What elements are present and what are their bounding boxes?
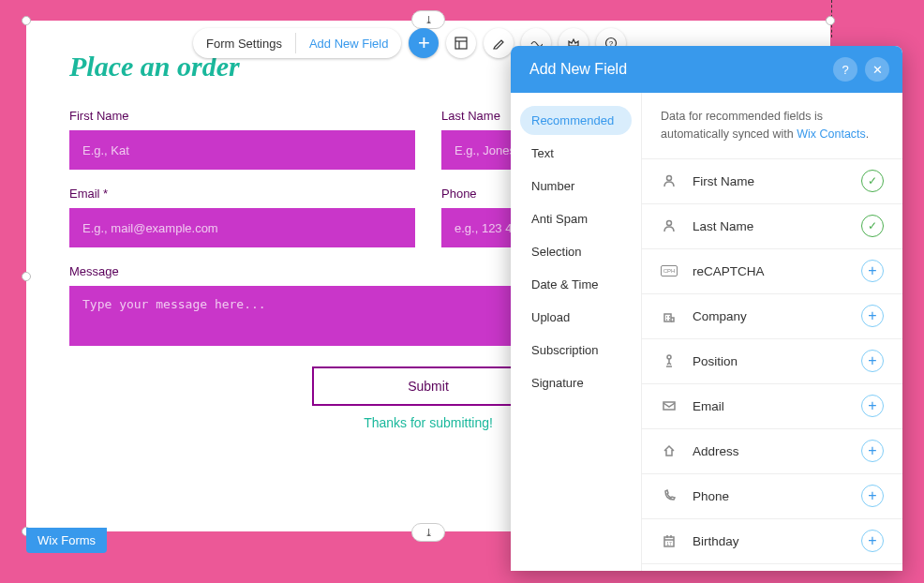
wix-forms-tag[interactable]: Wix Forms [26,528,107,553]
position-icon [661,353,678,368]
field-option-company[interactable]: Company+ [642,294,902,339]
resize-handle[interactable] [22,272,31,281]
wix-contacts-link[interactable]: Wix Contacts [797,127,866,141]
first-name-label: First Name [69,109,415,123]
panel-help-button[interactable]: ? [833,57,857,82]
design-icon[interactable] [484,28,514,58]
layout-icon[interactable] [446,28,476,58]
category-anti-spam[interactable]: Anti Spam [520,204,632,233]
field-option-address[interactable]: Address+ [642,429,902,474]
panel-title: Add New Field [529,61,826,78]
add-icon[interactable]: + [861,485,884,507]
field-option-label: Phone [693,489,846,503]
field-option-last-name[interactable]: Last Name✓ [642,204,902,249]
field-option-label: Last Name [693,219,846,233]
field-option-label: Company [693,309,846,323]
form-settings-button[interactable]: Form Settings [193,28,295,58]
category-date-time[interactable]: Date & Time [520,270,632,299]
stretch-handle-top[interactable]: ⤓ [411,10,445,29]
email-label: Email * [69,187,415,201]
add-icon[interactable]: + [861,530,884,552]
first-name-input[interactable] [69,130,415,170]
field-option-birthday[interactable]: 17Birthday+ [642,519,902,564]
resize-handle[interactable] [826,16,835,25]
add-field-panel: Add New Field ? ✕ RecommendedTextNumberA… [511,46,902,571]
person-icon [661,173,678,188]
resize-handle[interactable] [22,16,31,25]
field-list: Data for recommended fields is automatic… [642,93,902,571]
address-icon [661,443,678,458]
category-subscription[interactable]: Subscription [520,336,632,365]
field-first-name: First Name [69,109,415,170]
add-icon[interactable]: + [861,305,884,327]
company-icon [661,308,678,323]
field-option-phone[interactable]: Phone+ [642,474,902,519]
phone-icon [661,488,678,503]
stretch-handle-bottom[interactable]: ⤓ [411,523,445,542]
check-icon[interactable]: ✓ [861,170,884,192]
field-option-label: Birthday [693,534,846,548]
svg-rect-0 [455,37,467,49]
category-recommended[interactable]: Recommended [520,106,632,135]
category-number[interactable]: Number [520,172,632,201]
add-icon[interactable]: + [861,260,884,282]
field-email: Email * [69,187,415,247]
email-input[interactable] [69,208,415,247]
svg-text:17: 17 [666,541,672,546]
field-option-label: Position [693,354,846,368]
birthday-icon: 17 [661,533,678,548]
add-icon[interactable]: + [861,395,884,417]
field-option-label: Email [693,399,846,413]
svg-point-8 [667,355,671,359]
captcha-icon: CPH [661,265,678,277]
svg-point-6 [667,221,672,226]
plus-icon[interactable]: + [409,28,439,58]
category-selection[interactable]: Selection [520,237,632,266]
category-signature[interactable]: Signature [520,368,632,397]
field-option-label: Address [693,444,846,458]
person-icon [661,218,678,233]
field-option-position[interactable]: Position+ [642,339,902,384]
field-option-first-name[interactable]: First Name✓ [642,159,902,204]
email-icon [661,398,678,413]
category-text[interactable]: Text [520,139,632,168]
svg-point-5 [667,176,672,181]
submit-button[interactable]: Submit [312,366,544,406]
field-option-label: reCAPTCHA [693,264,846,278]
field-option-email[interactable]: Email+ [642,384,902,429]
field-option-label: First Name [693,174,846,188]
check-icon[interactable]: ✓ [861,215,884,237]
field-option-recaptcha[interactable]: CPHreCAPTCHA+ [642,249,902,294]
add-new-field-button[interactable]: Add New Field [296,28,402,58]
svg-rect-9 [663,402,675,410]
add-icon[interactable]: + [861,350,884,372]
svg-rect-7 [664,314,671,321]
add-icon[interactable]: + [861,440,884,462]
category-upload[interactable]: Upload [520,303,632,332]
info-text: Data for recommended fields is automatic… [642,93,902,159]
category-list: RecommendedTextNumberAnti SpamSelectionD… [511,93,642,571]
panel-close-button[interactable]: ✕ [865,57,889,82]
